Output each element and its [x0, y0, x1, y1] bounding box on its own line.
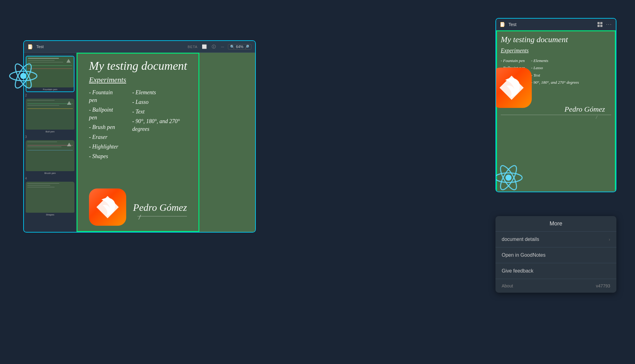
give-feedback-item[interactable]: Give feedback	[495, 263, 616, 279]
document-details-item[interactable]: document details ›	[495, 232, 616, 247]
page-3-label: Brush pen	[26, 171, 74, 175]
open-goodnotes-item[interactable]: Open in GoodNotes	[495, 247, 616, 263]
hw-subtitle: Experiments	[89, 76, 193, 84]
react-icon-main	[6, 59, 40, 93]
hw-left-col: - Fountain pen - Ballpoint pen - Brush p…	[89, 89, 120, 161]
main-window: Test BETA ⬜ ⓘ ··· 🔍 64% 🔍	[23, 40, 256, 233]
hw-item-10: - 90°, 180°, and 270° degrees	[132, 118, 193, 133]
right-hw-item-10: - 90°, 180°, and 270° degrees	[531, 79, 579, 86]
zoom-out-icon[interactable]: 🔍	[230, 45, 235, 49]
open-goodnotes-label: Open in GoodNotes	[502, 252, 545, 258]
sidebar-page-4[interactable]: Shapes	[26, 182, 74, 217]
canvas-area[interactable]: My testing document Experiments - Founta…	[77, 53, 255, 232]
page-2-label: Bull pen	[26, 130, 74, 134]
hw-item-1: - Fountain pen	[89, 89, 120, 104]
hw-item-7: - Elements	[132, 89, 193, 96]
page-2-thumb	[26, 99, 74, 130]
react-icon-right	[495, 161, 526, 192]
give-feedback-label: Give feedback	[502, 268, 533, 274]
hw-columns: - Fountain pen - Ballpoint pen - Brush p…	[89, 89, 193, 161]
about-item[interactable]: About v47793	[495, 279, 616, 293]
right-window-title: Test	[508, 22, 594, 27]
titlebar-controls: ⬜ ⓘ ··· 🔍 64% 🔍	[201, 43, 251, 50]
handwriting-content: My testing document Experiments - Founta…	[89, 59, 193, 160]
hw-item-3: - Brush pen	[89, 123, 120, 131]
canvas-inner: My testing document Experiments - Founta…	[77, 53, 255, 232]
version-text: v47793	[596, 283, 610, 288]
more-menu: More document details › Open in GoodNote…	[495, 216, 616, 293]
right-more-button[interactable]: ···	[606, 22, 612, 27]
notebook-icon	[28, 44, 33, 50]
sidebar-page-2[interactable]: Bull pen	[26, 99, 74, 134]
swift-icon-main	[89, 189, 126, 226]
right-notebook-icon	[500, 22, 505, 27]
right-hw-right: - Elements - Lasso - Text - 90°, 180°, a…	[531, 57, 579, 100]
zoom-in-icon[interactable]: 🔍	[245, 45, 249, 49]
grid-view-icon[interactable]	[597, 22, 602, 27]
hw-item-4: - Eraser	[89, 133, 120, 141]
chevron-right-icon: ›	[609, 237, 610, 242]
right-hw-item-8: - Lasso	[531, 64, 579, 71]
right-hw-item-1: - Fountain pen	[501, 57, 525, 64]
svg-rect-5	[32, 45, 33, 48]
svg-point-6	[20, 73, 26, 79]
beta-badge: BETA	[188, 45, 198, 49]
main-titlebar: Test BETA ⬜ ⓘ ··· 🔍 64% 🔍	[24, 41, 255, 53]
hw-item-5: - Highlighter	[89, 143, 120, 151]
sidebar-toggle-button[interactable]: ⬜	[201, 44, 208, 50]
page-4-label: Shapes	[26, 213, 74, 217]
page-4-thumb	[26, 182, 74, 213]
right-hw-title: My testing document	[501, 35, 611, 44]
right-hw-tick: /	[501, 115, 611, 120]
page-4-number: 4	[24, 176, 76, 180]
zoom-control[interactable]: 🔍 64% 🔍	[228, 44, 251, 50]
right-hw-subtitle: Experiments	[501, 47, 611, 54]
right-hw-item-9: - Text	[531, 72, 579, 79]
hw-item-6: - Shapes	[89, 153, 120, 160]
sidebar-page-3[interactable]: Brush pen	[26, 140, 74, 175]
document-details-label: document details	[502, 237, 539, 242]
right-canvas: My testing document Experiments - Founta…	[496, 30, 616, 192]
hw-item-9: - Text	[132, 108, 193, 116]
hw-signature: Pedro Gómez	[133, 202, 187, 213]
hw-title: My testing document	[89, 59, 193, 73]
page-2-number: 2	[24, 93, 76, 97]
hw-right-col: - Elements - Lasso - Text - 90°, 180°, a…	[132, 89, 193, 161]
hw-tick: /	[139, 214, 140, 221]
info-button[interactable]: ⓘ	[211, 43, 217, 50]
right-titlebar: Test ···	[496, 19, 616, 30]
hw-signature-line	[137, 216, 187, 216]
hw-item-8: - Lasso	[132, 98, 193, 106]
right-window: Test ··· My testing document Experiments	[495, 18, 616, 192]
swift-icon-right	[495, 68, 532, 108]
svg-rect-11	[501, 22, 504, 27]
svg-point-15	[505, 175, 512, 181]
main-window-body: Fountain pen 2 Bull pen 3	[24, 53, 255, 232]
right-hw-item-7: - Elements	[531, 57, 579, 64]
page-3-thumb	[26, 140, 74, 171]
hw-item-2: - Ballpoint pen	[89, 106, 120, 122]
about-label: About	[502, 283, 513, 288]
zoom-level: 64%	[236, 45, 243, 49]
more-button[interactable]: ···	[220, 44, 225, 50]
more-menu-header: More	[495, 216, 616, 232]
main-window-title: Test	[36, 44, 184, 49]
svg-rect-14	[504, 23, 505, 26]
page-3-number: 3	[24, 135, 76, 139]
right-title-controls: ···	[597, 22, 612, 27]
